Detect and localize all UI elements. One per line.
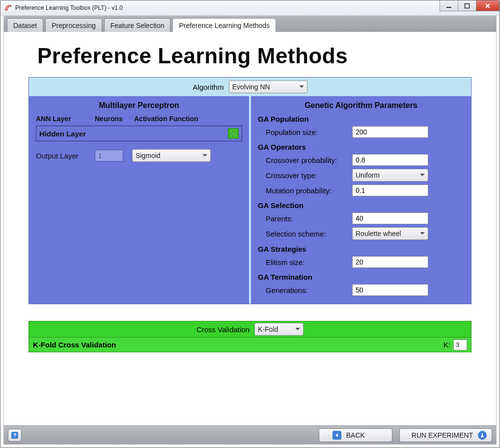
titlebar: Preference Learning Toolbox (PLT) - v1.0 (0, 0, 500, 16)
selection-scheme-select[interactable]: Roulette wheel (352, 227, 428, 240)
run-experiment-label: RUN EXPERIMENT (412, 431, 473, 439)
ga-operators-heading: GA Operators (258, 143, 464, 151)
selection-scheme-value: Roulette wheel (356, 230, 401, 237)
col-ann-layer: ANN Layer (36, 115, 95, 123)
cv-method-value: K-Fold (258, 325, 278, 333)
help-button[interactable]: ? (8, 429, 22, 442)
mutation-prob-label: Mutation probability: (258, 186, 352, 195)
hidden-layer-row[interactable]: Hidden Layer (36, 126, 242, 141)
population-size-label: Population size: (258, 128, 352, 136)
close-button[interactable] (476, 0, 500, 11)
parents-field[interactable] (352, 212, 428, 224)
elitism-field[interactable] (352, 256, 428, 268)
generations-field[interactable] (352, 284, 428, 296)
cv-top-row: Cross Validation K-Fold (29, 321, 471, 337)
close-icon (484, 2, 491, 9)
back-button-label: BACK (346, 431, 365, 439)
minimize-button[interactable] (440, 0, 458, 11)
plus-icon (230, 130, 237, 137)
cv-detail-row: K-Fold Cross Validation K: (29, 337, 471, 352)
crossover-prob-label: Crossover probability: (258, 156, 352, 164)
mutation-prob-field[interactable] (352, 184, 428, 196)
mlp-column: Multilayer Perceptron ANN Layer Neurons … (29, 96, 249, 304)
output-activation-select[interactable]: Sigmoid (132, 149, 211, 162)
chevron-down-icon (202, 154, 207, 157)
crossover-prob-field[interactable] (352, 154, 428, 166)
arrow-left-icon (333, 431, 341, 440)
svg-rect-0 (446, 7, 451, 8)
chevron-down-icon (299, 85, 304, 88)
algorithm-row: Algorithm Evolving NN (29, 78, 471, 96)
tab-preference-learning-methods[interactable]: Preference Learning Methods (172, 18, 276, 32)
mlp-table-header: ANN Layer Neurons Activation Function (36, 115, 242, 123)
svg-rect-1 (465, 3, 470, 8)
elitism-label: Elitism size: (258, 258, 352, 266)
cv-method-select[interactable]: K-Fold (254, 323, 304, 336)
ga-selection-heading: GA Selection (258, 201, 464, 210)
help-icon: ? (11, 431, 19, 439)
output-layer-label: Output Layer (36, 152, 95, 160)
chevron-down-icon (295, 328, 300, 331)
content: Preference Learning Methods Algorithm Ev… (4, 32, 496, 357)
algorithm-label: Algorithm (193, 83, 223, 91)
generations-label: Generations: (258, 286, 352, 294)
maximize-button[interactable] (458, 0, 476, 11)
tabstrip: Dataset Preprocessing Feature Selection … (4, 16, 496, 32)
ga-termination-heading: GA Termination (258, 273, 464, 281)
algorithm-value: Evolving NN (232, 83, 270, 91)
app-icon (4, 4, 12, 12)
parents-label: Parents: (258, 214, 352, 223)
cv-label: Cross Validation (196, 325, 250, 334)
crossover-type-select[interactable]: Uniform (352, 169, 428, 182)
add-hidden-layer-button[interactable] (228, 128, 239, 139)
ga-column: Genetic Algorithm Parameters GA Populati… (251, 96, 471, 304)
crossover-type-label: Crossover type: (258, 171, 352, 180)
cross-validation-panel: Cross Validation K-Fold K-Fold Cross Val… (28, 321, 472, 352)
chevron-down-icon (420, 232, 425, 235)
output-neurons-field[interactable] (95, 150, 123, 161)
algorithm-select[interactable]: Evolving NN (229, 80, 307, 93)
window-buttons (440, 0, 500, 11)
config-panel: Algorithm Evolving NN Multilayer Percept… (28, 77, 472, 304)
output-layer-row: Output Layer Sigmoid (36, 149, 242, 162)
ga-population-heading: GA Population (258, 115, 464, 123)
ga-heading: Genetic Algorithm Parameters (258, 101, 464, 110)
cv-panel-title: K-Fold Cross Validation (33, 341, 116, 349)
chevron-down-icon (420, 174, 425, 177)
back-button[interactable]: BACK (319, 428, 392, 442)
cv-k-field[interactable] (453, 340, 467, 350)
bottom-toolbar: ? BACK RUN EXPERIMENT (4, 425, 496, 444)
app-window: Preference Learning Toolbox (PLT) - v1.0… (0, 0, 500, 448)
client-area: Dataset Preprocessing Feature Selection … (3, 16, 497, 445)
cv-k-label: K: (444, 341, 450, 349)
svg-text:?: ? (13, 432, 17, 438)
tab-feature-selection[interactable]: Feature Selection (104, 18, 171, 32)
col-neurons: Neurons (95, 115, 134, 123)
output-activation-value: Sigmoid (136, 152, 161, 159)
population-size-field[interactable] (352, 126, 428, 138)
col-activation: Activation Function (134, 115, 242, 123)
minimize-icon (446, 3, 452, 9)
selection-scheme-label: Selection scheme: (258, 230, 352, 238)
page-title: Preference Learning Methods (37, 44, 472, 68)
crossover-type-value: Uniform (356, 171, 380, 179)
mlp-heading: Multilayer Perceptron (36, 101, 242, 110)
tab-preprocessing[interactable]: Preprocessing (45, 18, 102, 32)
window-title: Preference Learning Toolbox (PLT) - v1.0 (15, 4, 123, 11)
hidden-layer-label: Hidden Layer (39, 130, 86, 138)
maximize-icon (464, 3, 470, 9)
run-experiment-button[interactable]: RUN EXPERIMENT (399, 428, 492, 442)
tab-dataset[interactable]: Dataset (7, 18, 43, 32)
ga-strategies-heading: GA Strategies (258, 245, 464, 253)
flask-icon (478, 431, 487, 440)
